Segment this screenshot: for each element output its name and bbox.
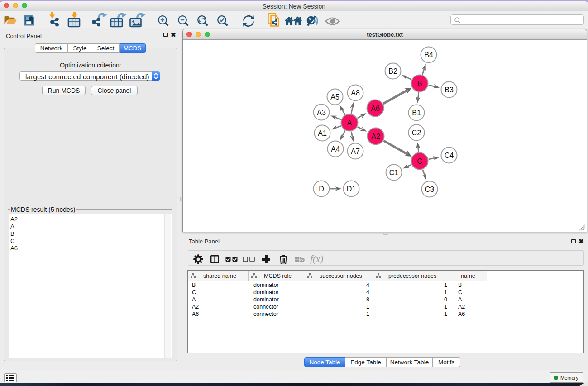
svg-text:D1: D1 — [347, 185, 356, 193]
svg-text:B4: B4 — [424, 51, 433, 59]
svg-text:B2: B2 — [388, 67, 397, 75]
svg-text:A4: A4 — [331, 145, 340, 153]
svg-text:B3: B3 — [445, 86, 454, 94]
svg-text:A6: A6 — [371, 105, 380, 112]
svg-text:C2: C2 — [412, 129, 421, 137]
svg-text:A8: A8 — [351, 89, 360, 97]
svg-text:C1: C1 — [389, 169, 399, 176]
svg-text:C: C — [417, 157, 422, 165]
svg-text:C4: C4 — [445, 152, 454, 159]
svg-text:D: D — [319, 185, 324, 193]
svg-text:A7: A7 — [351, 148, 360, 155]
svg-text:A3: A3 — [317, 109, 326, 116]
svg-text:B: B — [417, 80, 422, 87]
svg-text:A1: A1 — [318, 129, 327, 137]
svg-text:A5: A5 — [330, 93, 339, 101]
svg-text:A: A — [347, 119, 352, 127]
svg-text:A2: A2 — [371, 133, 380, 140]
svg-text:C3: C3 — [425, 186, 435, 193]
svg-text:B1: B1 — [412, 109, 421, 117]
